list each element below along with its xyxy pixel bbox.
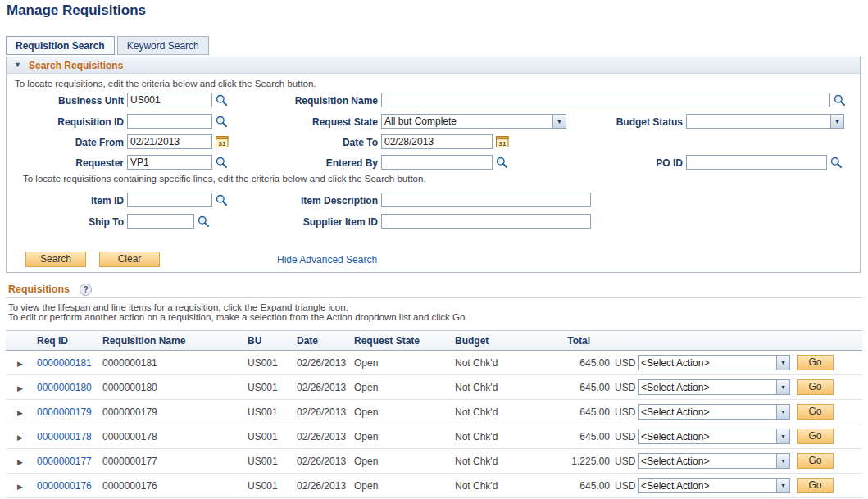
po-id-lookup-icon[interactable]	[829, 156, 843, 169]
action-select-value: <Select Action>	[639, 406, 776, 418]
go-button[interactable]: Go	[797, 355, 834, 370]
expand-row-icon[interactable]: ▶	[17, 384, 23, 392]
budget-cell: Not Chk'd	[455, 431, 544, 442]
expand-row-icon[interactable]: ▶	[17, 433, 23, 442]
go-button[interactable]: Go	[797, 429, 834, 444]
ship-to-input[interactable]	[127, 214, 194, 229]
budget-status-select[interactable]: ▼	[686, 114, 844, 129]
requester-lookup-icon[interactable]	[215, 156, 228, 169]
help-icon[interactable]: ?	[80, 284, 92, 296]
req-id-link[interactable]: 0000000177	[37, 456, 102, 467]
dropdown-arrow-icon[interactable]: ▼	[776, 429, 789, 443]
hide-advanced-search-link[interactable]: Hide Advanced Search	[277, 254, 377, 265]
go-button[interactable]: Go	[797, 478, 834, 493]
dropdown-arrow-icon[interactable]: ▼	[776, 380, 789, 394]
business-unit-lookup-icon[interactable]	[215, 93, 228, 107]
budget-cell: Not Chk'd	[455, 456, 544, 467]
ship-to-label: Ship To	[7, 215, 124, 229]
request-state-cell: Open	[354, 431, 455, 442]
collapse-section-icon[interactable]: ▼	[14, 61, 21, 69]
expand-row-icon[interactable]: ▶	[17, 483, 23, 491]
supplier-item-id-input[interactable]	[381, 214, 591, 229]
col-header-request-state[interactable]: Request State	[354, 335, 455, 347]
clear-button[interactable]: Clear	[99, 252, 160, 267]
date-to-calendar-icon[interactable]	[496, 135, 509, 148]
action-select[interactable]: <Select Action> ▼	[638, 404, 790, 420]
request-state-cell: Open	[354, 382, 455, 393]
date-cell: 02/26/2013	[297, 406, 354, 418]
requisition-name-cell: 0000000179	[102, 406, 248, 418]
date-cell: 02/26/2013	[297, 456, 354, 467]
tab-keyword-search[interactable]: Keyword Search	[117, 36, 209, 55]
req-id-link[interactable]: 0000000178	[37, 431, 102, 442]
business-unit-input[interactable]	[127, 93, 212, 107]
search-instruction: To locate requisitions, edit the criteri…	[15, 79, 316, 88]
requester-input[interactable]	[127, 155, 212, 170]
requisition-id-label: Requisition ID	[7, 116, 124, 129]
bu-cell: US001	[248, 456, 297, 467]
col-header-budget[interactable]: Budget	[455, 335, 544, 347]
item-description-input[interactable]	[381, 193, 591, 207]
ship-to-lookup-icon[interactable]	[197, 215, 210, 228]
entered-by-lookup-icon[interactable]	[495, 156, 508, 169]
date-from-input[interactable]	[127, 134, 212, 149]
item-id-input[interactable]	[127, 193, 212, 207]
search-lines-instruction: To locate requisitions containing specif…	[23, 174, 426, 184]
req-id-link[interactable]: 0000000181	[37, 357, 102, 369]
request-state-label: Request State	[239, 116, 378, 129]
currency-cell: USD	[615, 480, 638, 492]
expand-row-icon[interactable]: ▶	[17, 360, 23, 368]
po-id-input[interactable]	[686, 155, 827, 170]
expand-row-icon[interactable]: ▶	[17, 458, 23, 466]
date-cell: 02/26/2013	[297, 357, 354, 369]
requisitions-section-header: Requisitions ?	[6, 283, 862, 298]
dropdown-arrow-icon[interactable]: ▼	[776, 479, 789, 492]
requisition-name-lookup-icon[interactable]	[833, 93, 846, 107]
col-header-bu[interactable]: BU	[248, 335, 297, 347]
col-header-requisition-name[interactable]: Requisition Name	[102, 335, 248, 347]
item-id-lookup-icon[interactable]	[215, 193, 228, 206]
req-id-link[interactable]: 0000000180	[37, 382, 102, 393]
requisition-id-lookup-icon[interactable]	[215, 115, 228, 128]
req-id-link[interactable]: 0000000176	[37, 480, 102, 492]
action-select[interactable]: <Select Action> ▼	[638, 379, 790, 395]
tab-requisition-search[interactable]: Requisition Search	[6, 36, 115, 55]
date-cell: 02/26/2013	[297, 431, 354, 442]
go-button[interactable]: Go	[797, 453, 834, 469]
requisition-row: ▶ 0000000181 0000000181 US001 02/26/2013…	[6, 351, 862, 375]
dropdown-arrow-icon[interactable]: ▼	[830, 115, 843, 128]
total-cell: 645.00	[544, 431, 610, 442]
currency-cell: USD	[615, 456, 638, 467]
col-header-date[interactable]: Date	[297, 335, 354, 347]
bu-cell: US001	[248, 382, 297, 393]
expand-row-icon[interactable]: ▶	[17, 409, 23, 417]
budget-cell: Not Chk'd	[455, 357, 544, 369]
requisition-name-label: Requisition Name	[239, 94, 378, 107]
date-from-calendar-icon[interactable]	[216, 135, 229, 148]
requisition-id-input[interactable]	[127, 114, 212, 129]
req-id-link[interactable]: 0000000179	[37, 406, 102, 418]
action-select[interactable]: <Select Action> ▼	[638, 429, 790, 444]
requisition-name-cell: 0000000177	[102, 456, 248, 467]
action-select[interactable]: <Select Action> ▼	[638, 453, 790, 469]
budget-cell: Not Chk'd	[455, 480, 544, 492]
action-select[interactable]: <Select Action> ▼	[638, 355, 790, 370]
requisitions-instruction-1: To view the lifespan and line items for …	[8, 302, 348, 312]
dropdown-arrow-icon[interactable]: ▼	[776, 405, 789, 419]
po-id-label: PO ID	[543, 157, 683, 170]
request-state-select[interactable]: All but Complete ▼	[381, 114, 566, 129]
entered-by-input[interactable]	[381, 155, 493, 170]
requisition-name-input[interactable]	[381, 93, 830, 107]
action-select-value: <Select Action>	[639, 456, 776, 467]
dropdown-arrow-icon[interactable]: ▼	[776, 356, 789, 370]
go-button[interactable]: Go	[797, 379, 834, 395]
date-to-input[interactable]	[381, 134, 493, 149]
col-header-total[interactable]: Total	[544, 335, 610, 347]
go-button[interactable]: Go	[797, 404, 834, 420]
dropdown-arrow-icon[interactable]: ▼	[776, 454, 789, 468]
supplier-item-id-label: Supplier Item ID	[239, 215, 378, 229]
search-button[interactable]: Search	[25, 252, 86, 267]
requisition-row: ▶ 0000000177 0000000177 US001 02/26/2013…	[6, 449, 862, 474]
col-header-req-id[interactable]: Req ID	[37, 335, 102, 347]
action-select[interactable]: <Select Action> ▼	[638, 478, 790, 493]
